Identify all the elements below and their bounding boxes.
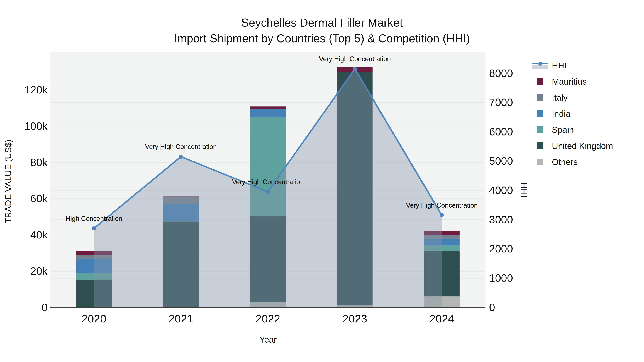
legend-item-hhi[interactable]: HHI (532, 57, 613, 73)
x-tick-label: 2021 (145, 313, 217, 325)
x-tick-label: 2020 (58, 313, 130, 325)
concentration-annotation: High Concentration (14, 215, 174, 223)
y-left-tick-label: 20k (0, 265, 48, 278)
hhi-marker (266, 190, 270, 194)
legend-item-united-kingdom[interactable]: United Kingdom (532, 138, 613, 154)
legend-color-swatch-icon (532, 157, 552, 167)
legend-item-italy[interactable]: Italy (532, 89, 613, 106)
legend-color-swatch-icon (532, 140, 552, 151)
legend-label: Mauritius (552, 77, 587, 86)
y-left-tick-label: 100k (0, 120, 48, 133)
hhi-marker (92, 227, 96, 230)
y-left-tick-label: 60k (0, 192, 48, 205)
y-axis-left-title: TRADE VALUE (US$) (3, 140, 13, 223)
concentration-annotation: Very High Concentration (274, 55, 436, 63)
legend-color-swatch-icon (532, 92, 552, 103)
chart-title-line1: Seychelles Dermal Filler Market (0, 16, 644, 30)
hhi-area-swatch (532, 65, 548, 69)
legend-item-india[interactable]: India (532, 106, 613, 122)
y-right-tick-label: 3000 (489, 213, 546, 226)
legend-label: Others (552, 157, 578, 167)
x-tick-label: 2024 (406, 313, 478, 325)
legend-item-others[interactable]: Others (532, 154, 613, 170)
legend: HHIMauritiusItalyIndiaSpainUnited Kingdo… (532, 57, 613, 170)
legend-item-spain[interactable]: Spain (532, 122, 613, 138)
y-left-tick-label: 40k (0, 228, 48, 241)
legend-box-glyph (537, 126, 544, 133)
concentration-annotation: Very High Concentration (361, 201, 522, 210)
hhi-marker (440, 213, 444, 217)
legend-color-swatch-icon (532, 124, 552, 135)
hhi-marker (353, 67, 357, 71)
legend-label: Spain (552, 125, 574, 135)
hhi-line-swatch-icon (532, 60, 552, 71)
y-left-tick-label: 80k (0, 156, 48, 169)
concentration-annotation: Very High Concentration (100, 143, 261, 151)
concentration-annotation: Very High Concentration (188, 178, 348, 186)
legend-box-glyph (537, 159, 544, 165)
x-tick-label: 2023 (319, 313, 391, 325)
figure: Seychelles Dermal Filler Market Import S… (0, 0, 644, 362)
bar-segment-mauritius (250, 106, 286, 109)
legend-box-glyph (537, 110, 544, 117)
x-tick-label: 2022 (232, 313, 304, 325)
bar-segment-india (250, 109, 286, 117)
legend-label: HHI (552, 61, 567, 70)
legend-item-mauritius[interactable]: Mauritius (532, 73, 613, 89)
legend-label: Italy (552, 93, 568, 103)
legend-box-glyph (537, 94, 544, 101)
hhi-marker-glyph (538, 62, 542, 66)
legend-box-glyph (537, 78, 544, 85)
hhi-marker (179, 155, 183, 159)
y-left-tick-label: 120k (0, 83, 48, 96)
legend-label: India (552, 109, 570, 119)
y-right-tick-label: 2000 (489, 242, 546, 255)
y-right-tick-label: 1000 (489, 272, 546, 285)
y-left-tick-label: 0 (0, 301, 48, 314)
y-right-tick-label: 4000 (489, 184, 546, 197)
legend-color-swatch-icon (532, 76, 552, 87)
legend-label: United Kingdom (552, 141, 613, 151)
chart-title-line2: Import Shipment by Countries (Top 5) & C… (0, 31, 644, 45)
legend-box-glyph (537, 142, 544, 149)
legend-color-swatch-icon (532, 108, 552, 119)
y-right-tick-label: 0 (489, 301, 546, 314)
x-axis-title: Year (196, 335, 340, 345)
